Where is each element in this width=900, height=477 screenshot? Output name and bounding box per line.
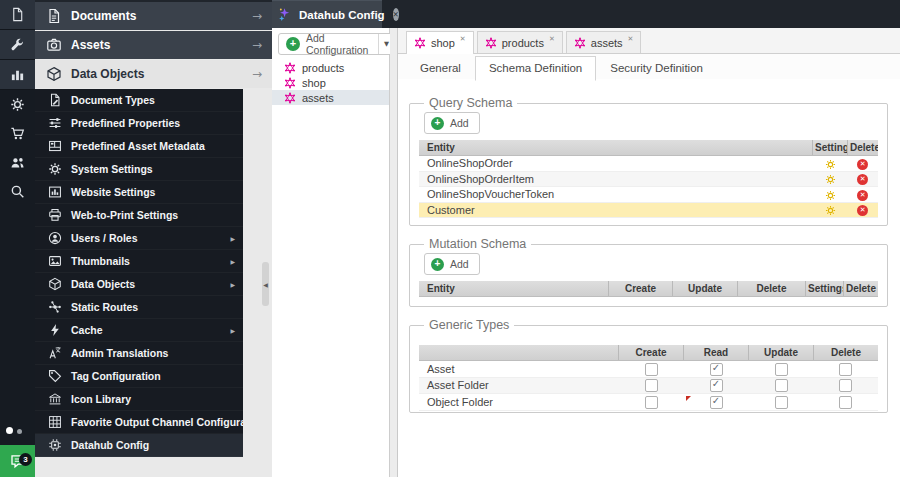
submenu-item-data-objects[interactable]: Data Objects▶ (35, 273, 243, 296)
entity-cell: OnlineShopVoucherToken (419, 187, 813, 203)
submenu-item-cache[interactable]: Cache▶ (35, 319, 243, 342)
update-checkbox[interactable] (775, 379, 788, 392)
query-row-Customer[interactable]: Customer✕ (419, 202, 878, 218)
query-row-OnlineShopOrderItem[interactable]: OnlineShopOrderItem✕ (419, 171, 878, 187)
tab-assets[interactable]: assets✕ (566, 31, 642, 53)
settings-gear-icon[interactable] (825, 174, 836, 185)
query-schema-legend: Query Schema (424, 96, 517, 110)
strip-item-reports[interactable] (0, 60, 35, 90)
tree-item-assets[interactable]: assets (272, 90, 389, 105)
graphql-icon (284, 92, 296, 104)
cube-icon (46, 66, 62, 82)
column-header-delete[interactable]: Delete (844, 281, 879, 297)
query-row-OnlineShopOrder[interactable]: OnlineShopOrder✕ (419, 156, 878, 172)
delete-icon[interactable]: ✕ (857, 174, 868, 185)
subtab-security-definition[interactable]: Security Definition (596, 56, 717, 81)
strip-item-settings[interactable] (0, 90, 35, 119)
submenu-item-datahub-config[interactable]: Datahub Config (35, 434, 243, 457)
delete-icon[interactable]: ✕ (857, 190, 868, 201)
submenu-item-document-types[interactable]: Document Types (35, 89, 243, 112)
column-header-create[interactable]: Create (609, 281, 673, 297)
delete-checkbox[interactable] (839, 396, 852, 409)
submenu-item-label: Document Types (71, 94, 243, 106)
caret-right-icon: ▶ (230, 235, 235, 242)
query-row-OnlineShopVoucherToken[interactable]: OnlineShopVoucherToken✕ (419, 187, 878, 203)
generic-row-asset-folder[interactable]: Asset Folder (419, 377, 878, 394)
panel-splitter[interactable] (390, 28, 397, 477)
column-header-entity[interactable]: Entity (419, 281, 609, 297)
read-checkbox[interactable] (710, 363, 723, 376)
update-checkbox[interactable] (775, 396, 788, 409)
submenu-item-icon-library[interactable]: Icon Library (35, 388, 243, 411)
submenu-item-static-routes[interactable]: Static Routes (35, 296, 243, 319)
subtab-schema-definition[interactable]: Schema Definition (475, 56, 596, 81)
submenu-item-label: Thumbnails (71, 255, 230, 267)
submenu-item-predefined-asset-metadata[interactable]: Predefined Asset Metadata (35, 135, 243, 158)
generic-row-asset[interactable]: Asset (419, 361, 878, 378)
tree-item-shop[interactable]: shop (272, 75, 389, 90)
page-icon (10, 7, 25, 22)
tree-item-products[interactable]: products (272, 60, 389, 75)
create-checkbox[interactable] (645, 379, 658, 392)
submenu-item-tag-configuration[interactable]: Tag Configuration (35, 365, 243, 388)
strip-item-search[interactable] (0, 177, 35, 206)
close-icon[interactable]: ✕ (628, 35, 634, 43)
add-configuration-main[interactable]: + Add Configuration (279, 34, 378, 54)
menu-item-documents[interactable]: Documents→ (35, 2, 272, 30)
read-checkbox[interactable] (710, 379, 723, 392)
submenu-item-predefined-properties[interactable]: Predefined Properties (35, 112, 243, 135)
chat-button[interactable]: 3 (0, 445, 35, 477)
column-header-entity[interactable]: Entity (419, 140, 813, 156)
column-header-create[interactable]: Create (619, 345, 684, 361)
query-add-button[interactable]: + Add (424, 112, 480, 134)
submenu-item-system-settings[interactable]: System Settings (35, 158, 243, 181)
strip-item-ecommerce[interactable] (0, 119, 35, 148)
mutation-add-button[interactable]: + Add (424, 253, 480, 275)
delete-icon[interactable]: ✕ (857, 205, 868, 216)
settings-gear-icon[interactable] (825, 205, 836, 216)
submenu-item-thumbnails[interactable]: Thumbnails▶ (35, 250, 243, 273)
menu-item-data-objects[interactable]: Data Objects→ (35, 60, 272, 88)
status-dot (6, 427, 13, 434)
strip-item-tools[interactable] (0, 30, 35, 60)
add-configuration-button[interactable]: + Add Configuration ▼ (278, 33, 394, 55)
delete-checkbox[interactable] (839, 379, 852, 392)
tab-shop[interactable]: shop✕ (406, 31, 474, 54)
subtab-general[interactable]: General (406, 56, 475, 81)
delete-checkbox[interactable] (839, 363, 852, 376)
column-header-update[interactable]: Update (673, 281, 738, 297)
column-header-read[interactable]: Read (684, 345, 749, 361)
strip-item-documents[interactable] (0, 0, 35, 30)
tree-item-label: products (302, 62, 344, 74)
create-checkbox[interactable] (645, 396, 658, 409)
column-header-delete[interactable]: Delete (738, 281, 806, 297)
strip-item-users[interactable] (0, 148, 35, 177)
read-checkbox[interactable] (710, 396, 723, 409)
settings-gear-icon[interactable] (825, 190, 836, 201)
submenu-item-users-roles[interactable]: Users / Roles▶ (35, 227, 243, 250)
close-icon[interactable]: ✕ (460, 35, 466, 43)
tab-label: shop (431, 37, 455, 49)
create-checkbox[interactable] (645, 363, 658, 376)
delete-icon[interactable]: ✕ (857, 159, 868, 170)
column-header-settings[interactable]: Settings (813, 140, 848, 156)
column-header-blank[interactable] (419, 345, 619, 361)
close-icon[interactable]: ✕ (393, 8, 399, 21)
generic-row-object-folder[interactable]: Object Folder (419, 394, 878, 411)
update-checkbox[interactable] (775, 363, 788, 376)
submenu-item-favorite-output-channel-configurations[interactable]: Favorite Output Channel Configurations (35, 411, 243, 434)
close-icon[interactable]: ✕ (549, 35, 555, 43)
mutation-schema-fieldset: Mutation Schema + Add EntityCreateUpdate… (409, 237, 888, 307)
submenu-item-web-to-print-settings[interactable]: Web-to-Print Settings (35, 204, 243, 227)
window-tab-datahub-config[interactable]: Datahub Config ✕ (272, 0, 382, 28)
submenu-item-admin-translations[interactable]: Admin Translations (35, 342, 243, 365)
column-header-settings[interactable]: Settings (806, 281, 844, 297)
tab-products[interactable]: products✕ (477, 31, 563, 53)
column-header-update[interactable]: Update (749, 345, 814, 361)
menu-item-assets[interactable]: Assets→ (35, 31, 272, 59)
settings-gear-icon[interactable] (825, 159, 836, 170)
column-header-delete[interactable]: Delete (848, 140, 879, 156)
submenu-item-website-settings[interactable]: Website Settings (35, 181, 243, 204)
region-collapse-handle[interactable]: ◀ (262, 262, 269, 306)
column-header-delete[interactable]: Delete (814, 345, 879, 361)
